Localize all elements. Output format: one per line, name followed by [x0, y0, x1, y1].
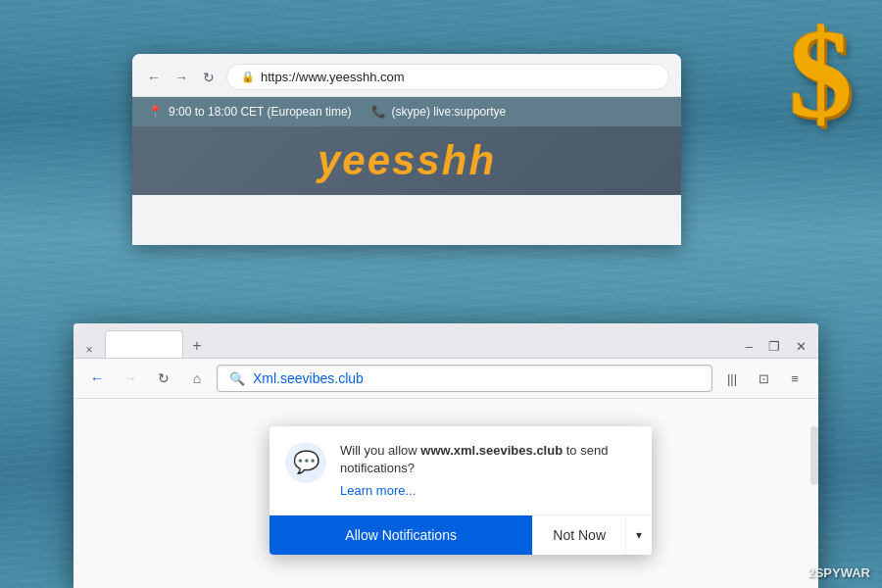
- popup-body: 💬 Will you allow www.xml.seevibes.club t…: [270, 426, 652, 514]
- firefox-reload-button[interactable]: ↻: [150, 365, 177, 392]
- chrome-browser-window: ← → ↻ 🔒 https://www.yeesshh.com 📍 9:00 t…: [132, 54, 681, 245]
- notification-site-name: www.xml.seevibes.club: [420, 443, 563, 458]
- notification-permission-popup: 💬 Will you allow www.xml.seevibes.club t…: [270, 426, 652, 555]
- new-tab-button[interactable]: +: [185, 334, 209, 358]
- notification-text: Will you allow www.xml.seevibes.club to …: [340, 442, 636, 477]
- tab-close-button[interactable]: ×: [81, 342, 97, 358]
- phone-icon: 📞: [371, 105, 386, 119]
- firefox-toolbar: ← → ↻ ⌂ 🔍 Xml.seevibes.club ||| ⊡ ≡: [74, 359, 818, 399]
- popup-message: Will you allow www.xml.seevibes.club to …: [340, 442, 636, 499]
- firefox-active-tab[interactable]: [105, 330, 183, 358]
- chrome-reload-button[interactable]: ↻: [199, 68, 219, 87]
- firefox-address-bar[interactable]: 🔍 Xml.seevibes.club: [217, 365, 712, 392]
- maximize-button[interactable]: ❐: [764, 339, 784, 354]
- firefox-browser-window: × + – ❐ ✕ ← → ↻ ⌂ 🔍 Xml.seevibes.club ||…: [74, 323, 818, 588]
- yeesshh-banner: yeesshh: [132, 126, 681, 195]
- search-icon: 🔍: [229, 371, 245, 386]
- dollar-sign-icon: $: [789, 10, 853, 137]
- watermark-label: 2SPYWAR: [808, 565, 870, 580]
- chrome-toolbar: ← → ↻ 🔒 https://www.yeesshh.com: [132, 54, 681, 97]
- library-icon[interactable]: |||: [718, 365, 746, 392]
- sync-icon[interactable]: ⊡: [750, 365, 777, 392]
- menu-icon[interactable]: ≡: [781, 365, 808, 392]
- firefox-back-button[interactable]: ←: [83, 365, 111, 392]
- chrome-forward-button[interactable]: →: [172, 68, 191, 87]
- firefox-forward-button[interactable]: →: [117, 365, 144, 392]
- chrome-url: https://www.yeesshh.com: [261, 70, 405, 84]
- not-now-button[interactable]: Not Now: [532, 515, 625, 555]
- close-button[interactable]: ✕: [792, 339, 810, 354]
- firefox-tab-bar: × + – ❐ ✕: [74, 323, 818, 359]
- chrome-site-info-bar: 📍 9:00 to 18:00 CET (European time) 📞 (s…: [132, 97, 681, 126]
- skype-info: 📞 (skype) live:supportye: [371, 105, 507, 119]
- lock-icon: 🔒: [241, 71, 255, 83]
- skype-contact: (skype) live:supportye: [392, 105, 507, 119]
- chrome-back-button[interactable]: ←: [144, 68, 164, 87]
- location-info: 📍 9:00 to 18:00 CET (European time): [148, 105, 352, 119]
- firefox-home-button[interactable]: ⌂: [183, 365, 211, 392]
- learn-more-link[interactable]: Learn more...: [340, 483, 416, 498]
- location-icon: 📍: [148, 105, 163, 119]
- scrollbar[interactable]: [810, 426, 818, 485]
- notification-text-plain: Will you allow: [340, 443, 420, 458]
- dropdown-button[interactable]: ▾: [625, 515, 652, 555]
- minimize-button[interactable]: –: [742, 339, 757, 354]
- chat-bubble-icon: 💬: [285, 442, 326, 483]
- business-hours: 9:00 to 18:00 CET (European time): [169, 105, 352, 119]
- popup-buttons: Allow Notifications Not Now ▾: [270, 514, 652, 555]
- chrome-address-bar[interactable]: 🔒 https://www.yeesshh.com: [226, 64, 669, 90]
- allow-notifications-button[interactable]: Allow Notifications: [270, 515, 532, 555]
- firefox-url: Xml.seevibes.club: [253, 370, 364, 386]
- window-controls: – ❐ ✕: [742, 339, 810, 358]
- brand-name: yeesshh: [318, 137, 496, 184]
- firefox-toolbar-icons: ||| ⊡ ≡: [718, 365, 808, 392]
